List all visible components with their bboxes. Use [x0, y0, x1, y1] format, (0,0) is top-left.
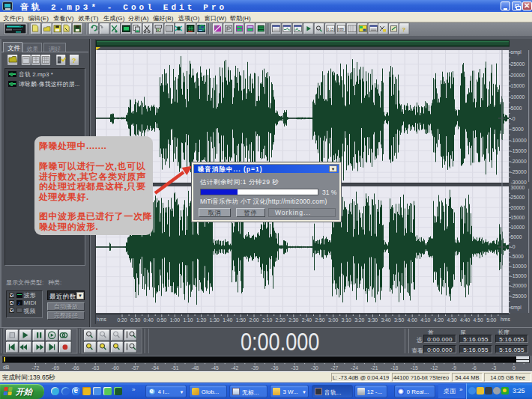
svg-text:4:00: 4:00 — [408, 317, 417, 323]
svg-text:-30: -30 — [311, 365, 318, 371]
svg-text:15000: 15000 — [511, 83, 525, 88]
svg-text:-69: -69 — [52, 365, 59, 371]
svg-text:3:10: 3:10 — [342, 317, 351, 323]
svg-text:-15000: -15000 — [511, 148, 527, 153]
svg-text:2:50: 2:50 — [315, 317, 324, 323]
svg-text:-51: -51 — [172, 365, 179, 371]
svg-text:3:20: 3:20 — [354, 317, 364, 323]
svg-text:1:20: 1:20 — [196, 317, 206, 323]
svg-text:-15: -15 — [411, 365, 418, 371]
svg-text:smpl: smpl — [511, 49, 522, 55]
svg-text:4:50: 4:50 — [474, 317, 483, 323]
svg-text:-0: -0 — [511, 116, 516, 121]
svg-text:-42: -42 — [232, 365, 239, 371]
svg-text:-39: -39 — [251, 365, 259, 371]
svg-text:-24: -24 — [351, 365, 358, 371]
svg-text:3:50: 3:50 — [394, 317, 404, 323]
svg-text:2:00: 2:00 — [249, 317, 259, 323]
svg-text:10000: 10000 — [511, 94, 525, 100]
svg-text:-3: -3 — [492, 365, 496, 371]
svg-text:dB: dB — [3, 365, 10, 370]
svg-text:?: ? — [72, 57, 76, 64]
svg-text:-5000: -5000 — [511, 254, 525, 259]
svg-text:4:10: 4:10 — [420, 317, 430, 323]
svg-text:-48: -48 — [191, 365, 199, 371]
svg-text:-18: -18 — [390, 365, 398, 371]
svg-text:4:40: 4:40 — [460, 317, 470, 323]
svg-text:1:00: 1:00 — [170, 317, 180, 323]
svg-text:0:40: 0:40 — [144, 317, 154, 323]
svg-text:0:20: 0:20 — [117, 317, 127, 323]
svg-text:?: ? — [402, 26, 406, 33]
svg-text:-30000: -30000 — [511, 180, 527, 185]
svg-text:20000: 20000 — [511, 73, 525, 78]
svg-text:hms: hms — [97, 317, 106, 322]
svg-text:30000: 30000 — [511, 185, 525, 190]
svg-text:4:20: 4:20 — [434, 317, 444, 323]
svg-text:-12: -12 — [431, 365, 438, 371]
svg-text:-15000: -15000 — [511, 273, 527, 278]
svg-text:15000: 15000 — [511, 215, 525, 220]
svg-text:2:30: 2:30 — [288, 317, 298, 323]
svg-text:-25000: -25000 — [511, 169, 527, 174]
svg-text:-54: -54 — [151, 365, 159, 371]
svg-text:5:00: 5:00 — [486, 317, 496, 323]
svg-text:-33: -33 — [291, 365, 298, 371]
svg-text:0: 0 — [513, 365, 516, 371]
svg-text:0:30: 0:30 — [130, 317, 140, 323]
svg-text:-45: -45 — [211, 365, 219, 371]
svg-text:0:50: 0:50 — [157, 317, 166, 323]
svg-text:20000: 20000 — [511, 205, 525, 210]
svg-text:-10000: -10000 — [511, 264, 527, 269]
svg-text:-20000: -20000 — [511, 283, 527, 288]
svg-text:1:10: 1:10 — [183, 317, 193, 323]
svg-text:-21: -21 — [371, 365, 378, 371]
svg-text:5000: 5000 — [511, 106, 522, 111]
svg-text:1:40: 1:40 — [223, 317, 232, 323]
svg-text:2:40: 2:40 — [302, 317, 312, 323]
svg-text:10000: 10000 — [511, 225, 525, 230]
svg-text:2:10: 2:10 — [262, 317, 272, 323]
svg-text:25000: 25000 — [511, 195, 525, 200]
svg-text:-60: -60 — [112, 365, 119, 371]
svg-text:-27: -27 — [331, 365, 339, 371]
svg-text:-25000: -25000 — [511, 293, 527, 299]
svg-text:-5000: -5000 — [511, 127, 525, 132]
svg-text:smpl: smpl — [511, 305, 522, 311]
svg-text:4:30: 4:30 — [447, 317, 456, 323]
svg-text:2:20: 2:20 — [276, 317, 285, 323]
svg-text:1:30: 1:30 — [210, 317, 220, 323]
svg-text:1:50: 1:50 — [236, 317, 246, 323]
svg-text:888: 888 — [338, 28, 344, 31]
svg-text:-66: -66 — [72, 365, 79, 371]
svg-text:-63: -63 — [91, 365, 99, 371]
svg-text:5000: 5000 — [511, 234, 522, 240]
svg-text:-10000: -10000 — [511, 138, 527, 143]
svg-text:-9: -9 — [452, 365, 456, 371]
svg-text:0.15: 0.15 — [327, 28, 334, 31]
svg-text:-36: -36 — [271, 365, 279, 371]
svg-text:-0: -0 — [511, 244, 516, 249]
svg-text:3:30: 3:30 — [368, 317, 378, 323]
svg-text:25000: 25000 — [511, 61, 525, 67]
svg-text:-20000: -20000 — [511, 159, 527, 164]
svg-text:hms: hms — [501, 317, 510, 322]
svg-text:-57: -57 — [132, 365, 139, 371]
svg-text:-72: -72 — [32, 365, 40, 371]
svg-text:3:40: 3:40 — [381, 317, 390, 323]
svg-text:3:00: 3:00 — [328, 317, 338, 323]
svg-text:-6: -6 — [472, 365, 477, 371]
